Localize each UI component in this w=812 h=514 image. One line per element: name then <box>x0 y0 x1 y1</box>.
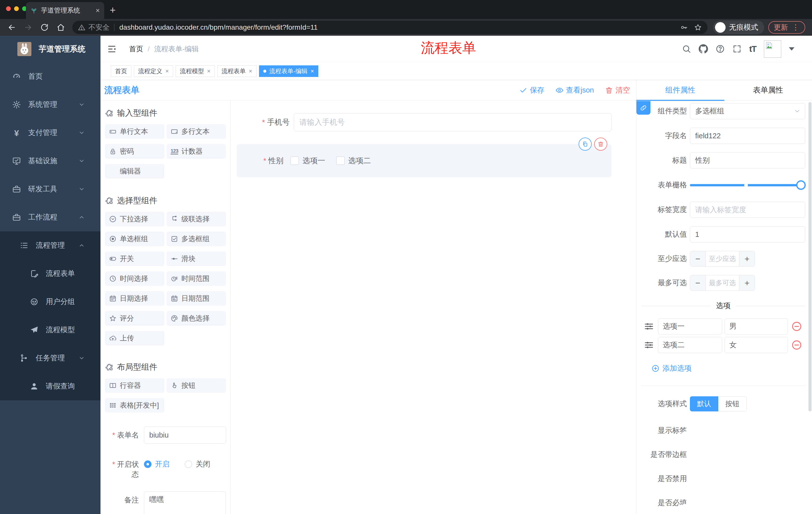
palette-item-multi-text[interactable]: 多行文本 <box>167 124 226 139</box>
stepper-minus-button[interactable]: − <box>690 251 706 266</box>
status-off-radio[interactable] <box>185 460 192 468</box>
password-key-icon[interactable] <box>680 23 688 31</box>
window-close-button[interactable] <box>6 6 11 11</box>
status-on-radio[interactable] <box>144 460 151 468</box>
tab-form-props[interactable]: 表单属性 <box>724 80 812 100</box>
palette-item-time-range[interactable]: 时间范围 <box>167 271 226 286</box>
new-tab-button[interactable]: + <box>110 5 116 15</box>
remove-option-icon[interactable] <box>791 340 802 351</box>
search-icon[interactable] <box>682 44 691 54</box>
tag-close-icon[interactable]: × <box>165 67 169 75</box>
url-omnibox[interactable]: 不安全 dashboard.yudao.iocoder.cn/bpm/manag… <box>72 21 707 34</box>
stepper-plus-button[interactable]: + <box>739 251 755 266</box>
option-style-default-button[interactable]: 默认 <box>690 396 718 411</box>
chevron-down-icon[interactable] <box>794 108 801 115</box>
font-size-icon[interactable]: tT <box>749 44 756 54</box>
slider-handle[interactable] <box>796 180 806 190</box>
form-remark-textarea[interactable]: 嘿嘿 <box>144 491 226 514</box>
sidebar-item-workflow[interactable]: 工作流程 <box>0 203 100 231</box>
view-json-button[interactable]: 查看json <box>555 85 594 95</box>
option-value-input[interactable] <box>725 318 788 334</box>
palette-item-select[interactable]: 下拉选择 <box>105 212 164 226</box>
label-width-input[interactable] <box>690 202 805 218</box>
delete-component-button[interactable] <box>594 138 607 151</box>
sidebar-item-infra[interactable]: 基础设施 <box>0 147 100 175</box>
form-name-input[interactable] <box>144 427 226 443</box>
github-icon[interactable] <box>699 44 708 54</box>
back-icon[interactable] <box>7 23 16 32</box>
tag-home[interactable]: 首页 <box>111 65 132 77</box>
palette-item-slider[interactable]: 滑块 <box>167 251 226 266</box>
gender-option1-label[interactable]: 选项一 <box>302 156 325 166</box>
max-select-stepper[interactable]: − 最多可选 + <box>690 275 755 291</box>
palette-item-single-text[interactable]: 单行文本 <box>105 124 164 139</box>
save-button[interactable]: 保存 <box>519 85 545 95</box>
sidebar-item-system[interactable]: 系统管理 <box>0 90 100 119</box>
palette-item-upload[interactable]: 上传 <box>105 331 164 346</box>
stepper-minus-button[interactable]: − <box>690 275 706 291</box>
phone-field-input[interactable] <box>294 113 611 131</box>
gender-option1-checkbox[interactable] <box>290 156 299 165</box>
sidebar-item-payment[interactable]: ¥ 支付管理 <box>0 119 100 147</box>
palette-item-checkbox-group[interactable]: 多选框组 <box>167 232 226 246</box>
tag-process-model[interactable]: 流程模型 × <box>176 65 215 77</box>
canvas-field-phone[interactable]: 手机号 <box>231 113 636 131</box>
help-icon[interactable] <box>716 44 725 54</box>
clear-button[interactable]: 清空 <box>605 85 630 95</box>
palette-item-color-picker[interactable]: 颜色选择 <box>167 311 226 326</box>
palette-item-row-container[interactable]: 行容器 <box>105 378 164 393</box>
palette-item-cascader[interactable]: 级联选择 <box>167 212 226 226</box>
canvas-field-gender-selected[interactable]: 性别 选项一 选项二 <box>237 144 611 177</box>
min-select-stepper[interactable]: − 至少应选 + <box>690 251 755 267</box>
tag-process-definition[interactable]: 流程定义 × <box>134 65 173 77</box>
palette-item-button[interactable]: 按钮 <box>167 378 226 393</box>
gender-option2-label[interactable]: 选项二 <box>348 156 371 166</box>
option-style-button-button[interactable]: 按钮 <box>718 396 747 411</box>
tag-close-icon[interactable]: × <box>249 67 252 75</box>
bookmark-star-icon[interactable] <box>694 23 702 31</box>
browser-tab[interactable]: 芋道管理系统 × <box>26 2 104 19</box>
tag-process-form[interactable]: 流程表单 × <box>217 65 257 77</box>
form-canvas[interactable]: 手机号 性别 选项一 选项二 <box>231 101 636 514</box>
option-label-input[interactable] <box>658 337 722 353</box>
user-avatar[interactable] <box>764 40 781 58</box>
remove-option-icon[interactable] <box>791 321 802 332</box>
tag-close-icon[interactable]: × <box>207 67 210 75</box>
sidebar-item-task-mgmt[interactable]: 任务管理 <box>0 344 100 372</box>
home-icon[interactable] <box>56 23 65 32</box>
palette-item-date-range[interactable]: 日期范围 <box>167 291 226 306</box>
form-grid-slider[interactable] <box>690 177 805 193</box>
component-type-select[interactable] <box>690 103 805 119</box>
max-select-placeholder[interactable]: 最多可选 <box>706 275 739 291</box>
status-on-label[interactable]: 开启 <box>155 459 170 469</box>
slider-track[interactable] <box>690 184 805 186</box>
reload-icon[interactable] <box>40 23 49 32</box>
status-off-label[interactable]: 关闭 <box>196 459 210 469</box>
tag-close-icon[interactable]: × <box>311 67 314 75</box>
sidebar-item-process-model[interactable]: 流程模型 <box>0 316 100 344</box>
tab-close-icon[interactable]: × <box>96 6 100 15</box>
sidebar-item-leave-query[interactable]: 请假查询 <box>0 372 100 400</box>
sidebar-item-devtools[interactable]: 研发工具 <box>0 175 100 203</box>
browser-update-button[interactable]: 更新 ⋮ <box>768 21 805 34</box>
duplicate-component-button[interactable] <box>579 138 592 151</box>
add-option-button[interactable]: 添加选项 <box>636 363 812 373</box>
sidebar-item-home[interactable]: 首页 <box>0 62 100 90</box>
link-side-tab[interactable] <box>636 101 650 115</box>
panel-scrollbar[interactable] <box>809 102 812 411</box>
tag-process-form-edit[interactable]: 流程表单-编辑 × <box>259 65 318 77</box>
window-minimize-button[interactable] <box>14 6 19 11</box>
fullscreen-icon[interactable] <box>732 44 742 54</box>
palette-item-date-picker[interactable]: 日期选择 <box>105 291 164 306</box>
stepper-plus-button[interactable]: + <box>739 275 755 291</box>
palette-item-time-picker[interactable]: 时间选择 <box>105 271 164 286</box>
palette-item-radio-group[interactable]: 单选框组 <box>105 232 164 246</box>
sidebar-item-user-group[interactable]: 用户分组 <box>0 288 100 316</box>
min-select-placeholder[interactable]: 至少应选 <box>706 251 739 266</box>
title-input[interactable] <box>690 153 805 168</box>
palette-item-table[interactable]: 表格[开发中] <box>105 398 164 413</box>
sidebar-item-process-form[interactable]: 流程表单 <box>0 260 100 288</box>
palette-item-rate[interactable]: 评分 <box>105 311 164 326</box>
palette-item-editor[interactable]: 编辑器 <box>105 164 164 179</box>
palette-item-password[interactable]: 密码 <box>105 144 164 159</box>
